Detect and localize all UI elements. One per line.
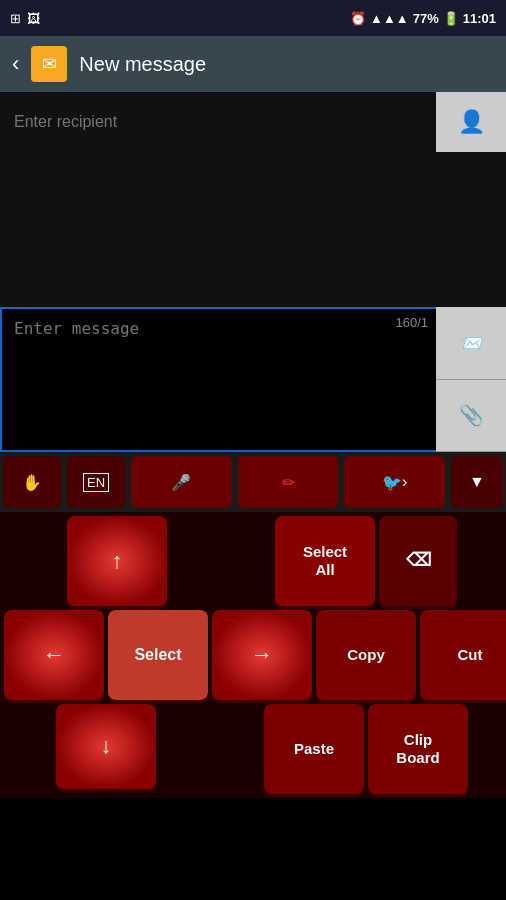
attach-button[interactable]: 📎	[436, 380, 506, 453]
twitter-button[interactable]: 🐦 ›	[344, 456, 445, 508]
back-button[interactable]: ‹	[12, 51, 19, 77]
hand-mode-button[interactable]: ✋	[3, 456, 61, 508]
clipboard-label: Clip Board	[396, 731, 439, 767]
twitter-next-icon: ›	[402, 473, 407, 491]
keyboard-row-1: ↑ Select All ⌫	[4, 516, 506, 606]
select-all-button[interactable]: Select All	[275, 516, 375, 606]
alarm-icon: ⏰	[350, 11, 366, 26]
compose-area	[0, 152, 506, 307]
signal-icon: ▲▲▲	[370, 11, 409, 26]
pencil-icon: ✏	[282, 473, 295, 492]
app-icon: ✉	[31, 46, 67, 82]
right-arrow-icon: →	[251, 642, 273, 668]
paste-label: Paste	[294, 740, 334, 758]
send-button[interactable]: 📨	[436, 307, 506, 380]
clipboard-button[interactable]: Clip Board	[368, 704, 468, 794]
status-right-info: ⏰ ▲▲▲ 77% 🔋 11:01	[350, 11, 496, 26]
keyboard-row-2: ← Select → Copy Cut	[4, 610, 506, 700]
down-arrow-icon: ↓	[101, 733, 112, 759]
select-label: Select	[134, 645, 181, 664]
copy-button[interactable]: Copy	[316, 610, 416, 700]
up-arrow-button[interactable]: ↑	[67, 516, 167, 606]
mail-icon: ✉	[42, 53, 57, 75]
lang-icon: EN	[83, 473, 109, 492]
recipient-area: 👤	[0, 92, 506, 152]
mic-button[interactable]: 🎤	[131, 456, 232, 508]
cut-button[interactable]: Cut	[420, 610, 506, 700]
select-button[interactable]: Select	[108, 610, 208, 700]
select-all-label: Select All	[303, 543, 347, 579]
paste-button[interactable]: Paste	[264, 704, 364, 794]
delete-button[interactable]: ⌫	[379, 516, 457, 606]
status-bar: ⊞ 🖼 ⏰ ▲▲▲ 77% 🔋 11:01	[0, 0, 506, 36]
message-input-wrap: 160/1	[0, 307, 436, 452]
message-tools: 160/1 📨 📎	[0, 307, 506, 452]
battery-percent: 77%	[413, 11, 439, 26]
contact-icon: 👤	[458, 109, 485, 135]
hand-icon: ✋	[22, 473, 42, 492]
language-button[interactable]: EN	[67, 456, 125, 508]
image-icon: 🖼	[27, 11, 40, 26]
down-arrow-button[interactable]: ↓	[56, 704, 156, 789]
recipient-input[interactable]	[0, 92, 436, 152]
keyboard-toolbar: ✋ EN 🎤 ✏ 🐦 › ▼	[0, 452, 506, 512]
up-arrow-icon: ↑	[112, 548, 123, 574]
battery-icon: 🔋	[443, 11, 459, 26]
chevron-down-icon: ▼	[469, 473, 485, 491]
copy-label: Copy	[347, 646, 385, 664]
message-side-buttons: 📨 📎	[436, 307, 506, 452]
expand-keyboard-button[interactable]: ▼	[451, 456, 503, 508]
char-count: 160/1	[395, 315, 428, 330]
send-icon: 📨	[459, 331, 484, 355]
grid-icon: ⊞	[10, 11, 21, 26]
paperclip-icon: 📎	[459, 403, 484, 427]
keyboard-row-3: ↓ Paste Clip Board	[4, 704, 506, 794]
cut-label: Cut	[458, 646, 483, 664]
mic-icon: 🎤	[171, 473, 191, 492]
clock: 11:01	[463, 11, 496, 26]
left-arrow-button[interactable]: ←	[4, 610, 104, 700]
page-title: New message	[79, 53, 206, 76]
left-arrow-icon: ←	[43, 642, 65, 668]
keyboard-area: ↑ Select All ⌫ ← Select → Copy Cut ↓	[0, 512, 506, 798]
contact-picker-button[interactable]: 👤	[436, 92, 506, 152]
pencil-button[interactable]: ✏	[238, 456, 339, 508]
status-left-icons: ⊞ 🖼	[10, 11, 40, 26]
backspace-icon: ⌫	[406, 550, 431, 572]
right-arrow-button[interactable]: →	[212, 610, 312, 700]
message-input[interactable]	[2, 309, 436, 450]
header: ‹ ✉ New message	[0, 36, 506, 92]
twitter-icon: 🐦	[382, 473, 402, 492]
